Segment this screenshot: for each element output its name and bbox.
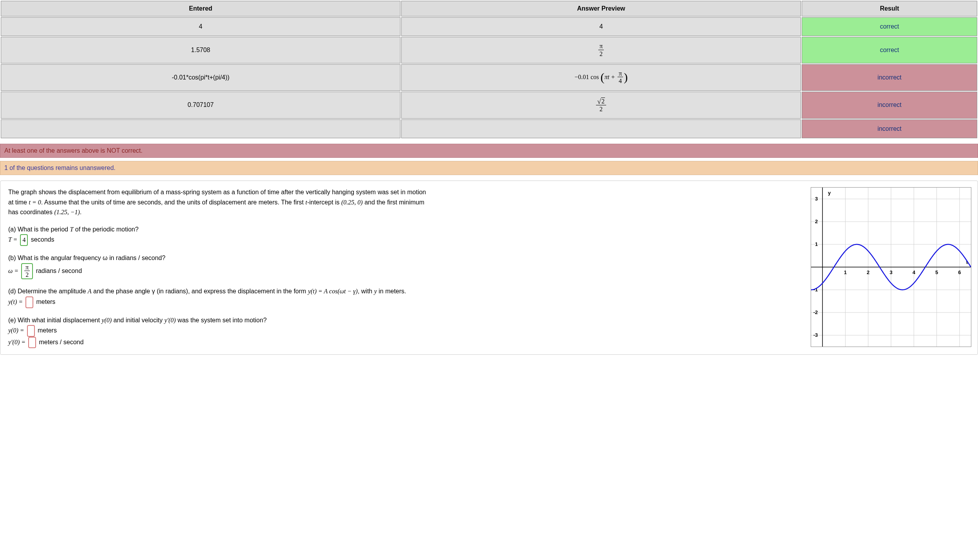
table-row: 0.707107√22incorrect — [1, 92, 977, 119]
svg-text:2: 2 — [815, 219, 818, 224]
preview-cell: −0.01 cos (πt + π4) — [401, 64, 801, 91]
answer-yt-input[interactable] — [25, 296, 33, 308]
results-table: Entered Answer Preview Result 44correct1… — [0, 0, 978, 139]
problem-intro: The graph shows the displacement from eq… — [8, 189, 426, 215]
banner-error: At least one of the answers above is NOT… — [0, 144, 978, 158]
entered-cell: -0.01*cos(pi*t+(pi/4)) — [1, 64, 400, 91]
answer-omega-input[interactable]: π2 — [21, 263, 33, 280]
answer-yp0-input[interactable] — [28, 337, 36, 349]
preview-cell: π2 — [401, 37, 801, 63]
answer-period-input[interactable]: 4 — [20, 234, 28, 246]
header-result: Result — [802, 1, 977, 16]
question-e: (e) With what initial displacement y(0) … — [8, 315, 431, 349]
entered-cell — [1, 119, 400, 138]
preview-cell: √22 — [401, 92, 801, 119]
question-b: (b) What is the angular frequency ω in r… — [8, 253, 431, 279]
problem-container: The graph shows the displacement from eq… — [0, 181, 978, 355]
answer-y0-input[interactable] — [27, 325, 35, 337]
svg-text:4: 4 — [913, 269, 916, 275]
result-cell: correct — [802, 37, 977, 63]
svg-text:3: 3 — [889, 269, 892, 275]
table-row: -0.01*cos(pi*t+(pi/4))−0.01 cos (πt + π4… — [1, 64, 977, 91]
header-preview: Answer Preview — [401, 1, 801, 16]
preview-cell — [401, 119, 801, 138]
entered-cell: 4 — [1, 17, 400, 36]
entered-cell: 0.707107 — [1, 92, 400, 119]
table-row: 1.5708π2correct — [1, 37, 977, 63]
result-cell: incorrect — [802, 64, 977, 91]
table-row: 44correct — [1, 17, 977, 36]
preview-cell: 4 — [401, 17, 801, 36]
svg-text:-3: -3 — [813, 332, 818, 338]
entered-cell: 1.5708 — [1, 37, 400, 63]
header-entered: Entered — [1, 1, 400, 16]
svg-text:y: y — [828, 190, 831, 196]
svg-text:6: 6 — [958, 269, 961, 275]
displacement-plot: 123456-3-2-1123yt — [811, 187, 971, 347]
svg-text:3: 3 — [815, 196, 818, 202]
question-d: (d) Determine the amplitude A and the ph… — [8, 286, 431, 308]
svg-text:-2: -2 — [813, 309, 818, 315]
result-cell: incorrect — [802, 119, 977, 138]
svg-text:1: 1 — [844, 269, 847, 275]
svg-text:5: 5 — [935, 269, 938, 275]
question-a: (a) What is the period T of the periodic… — [8, 224, 431, 246]
table-row: incorrect — [1, 119, 977, 138]
svg-text:1: 1 — [815, 241, 818, 247]
svg-text:2: 2 — [867, 269, 869, 275]
result-cell: correct — [802, 17, 977, 36]
result-cell: incorrect — [802, 92, 977, 119]
banner-unanswered: 1 of the questions remains unanswered. — [0, 161, 978, 175]
